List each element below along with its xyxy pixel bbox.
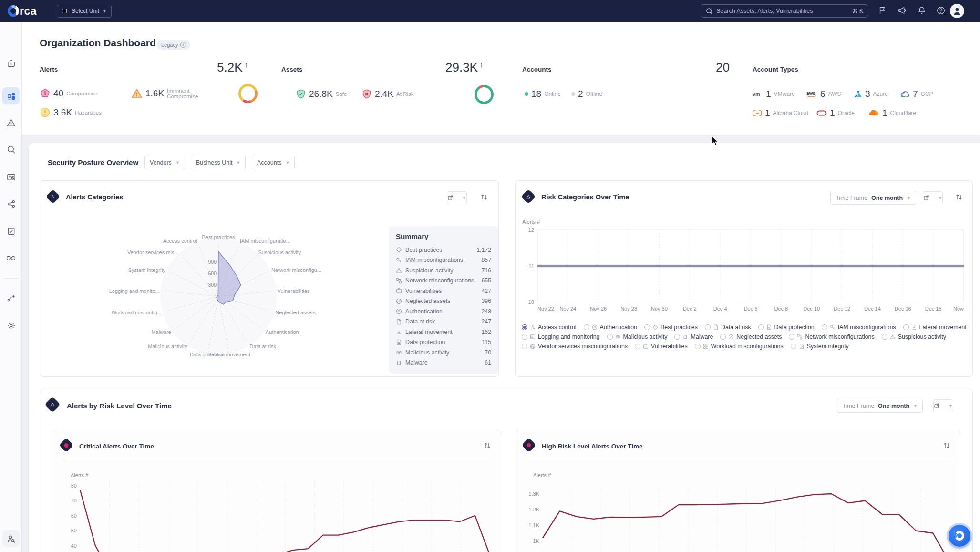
radio-icon[interactable]	[882, 334, 887, 340]
time-frame-dropdown[interactable]: Time Frame One month ▼	[830, 191, 916, 205]
summary-row-label: Lateral movement	[405, 329, 478, 335]
compare-icon[interactable]	[484, 442, 492, 450]
legend-item-iam-misconfigurations[interactable]: IAM misconfigurations	[822, 324, 896, 331]
automations-icon[interactable]	[2, 289, 20, 306]
legend-item-workload-misconfigurations[interactable]: Workload misconfigurations	[695, 343, 784, 350]
global-search[interactable]: ⌘ K	[701, 4, 868, 18]
legend-item-label: Access control	[538, 324, 577, 331]
radio-icon[interactable]	[635, 344, 640, 349]
summary-row-authentication: Authentication248	[396, 306, 491, 317]
radio-icon[interactable]	[522, 334, 527, 340]
legend-item-system-integrity[interactable]: System integrity	[791, 343, 849, 350]
flag-icon[interactable]	[878, 6, 888, 16]
legend-item-data-at-risk[interactable]: Data at risk	[705, 324, 751, 331]
export-button[interactable]: ▼	[447, 191, 467, 204]
summary-row-label: Data protection	[405, 339, 478, 345]
export-button[interactable]: ▼	[933, 399, 953, 412]
access-review-icon[interactable]	[2, 530, 20, 547]
discovery-icon[interactable]	[2, 141, 20, 158]
x-tick-label: Dec 10	[803, 306, 820, 312]
radio-icon[interactable]	[789, 334, 794, 340]
safe-shield-icon	[296, 89, 306, 99]
radio-icon[interactable]	[903, 324, 909, 330]
summary-row-value: 857	[481, 257, 491, 263]
legend-item-authentication[interactable]: Authentication	[584, 324, 638, 331]
legend-item-lateral-movement[interactable]: Lateral movement	[903, 324, 967, 331]
shift-left-icon[interactable]	[2, 250, 20, 267]
business-unit-filter-dropdown[interactable]: Business Unit▼	[191, 156, 246, 169]
legend-item-suspicious-activity[interactable]: Suspicious activity	[882, 333, 946, 340]
legend-item-logging-and-monitoring[interactable]: Logging and monitoring	[522, 333, 600, 340]
legend-item-data-protection[interactable]: Data protection	[758, 324, 815, 331]
dashboard-icon[interactable]	[2, 87, 20, 104]
radio-icon[interactable]	[705, 324, 711, 330]
select-unit-dropdown[interactable]: Select Unit ▼	[57, 5, 112, 18]
radio-icon[interactable]	[644, 324, 650, 330]
radio-selected-icon[interactable]	[522, 324, 527, 330]
radio-icon[interactable]	[758, 324, 764, 330]
radio-icon[interactable]	[720, 334, 726, 340]
compare-icon[interactable]	[955, 193, 964, 202]
authentication-icon	[396, 308, 402, 314]
legend-item-malicious-activity[interactable]: Malicious activity	[607, 333, 668, 340]
accounts-filter-label: Accounts	[257, 159, 281, 166]
announcements-icon[interactable]	[897, 6, 908, 16]
compliance-icon[interactable]	[2, 222, 20, 240]
time-frame-dropdown[interactable]: Time Frame One month ▼	[837, 399, 923, 413]
radio-icon[interactable]	[584, 324, 589, 330]
orca-assistant-button[interactable]	[949, 525, 970, 547]
system-integrity-icon	[799, 344, 805, 349]
logging-and-monitoring-icon	[530, 334, 536, 340]
compare-icon[interactable]	[480, 193, 489, 202]
summary-row-label: Malicious activity	[405, 349, 481, 356]
radio-icon[interactable]	[791, 344, 796, 349]
compare-icon[interactable]	[943, 442, 951, 450]
radio-icon[interactable]	[822, 324, 827, 330]
legend-item-neglected-assets[interactable]: Neglected assets	[720, 333, 782, 340]
legacy-badge[interactable]: Legacy i	[157, 40, 190, 50]
x-tick-label: Nov 30	[651, 306, 668, 312]
summary-row-label: Authentication	[405, 308, 478, 315]
legend-item-access-control[interactable]: Access control	[522, 324, 577, 331]
search-input[interactable]	[716, 8, 849, 14]
legend-item-network-misconfigurations[interactable]: Network misconfigurations	[789, 333, 874, 340]
summary-row-label: Vulnerabilities	[405, 288, 478, 294]
divider	[63, 460, 491, 460]
assets-at-risk-stat: 2.4K At Risk	[361, 89, 414, 99]
avatar[interactable]	[950, 4, 964, 18]
summary-row-malware: Malware61	[396, 358, 491, 368]
radar-axis-label-iam-misconfigurations: IAM misconfiguratio...	[240, 238, 290, 244]
radio-icon[interactable]	[607, 334, 613, 340]
accounts-filter-dropdown[interactable]: Accounts▼	[252, 156, 295, 169]
help-icon[interactable]	[936, 6, 947, 16]
high-risk-alerts-icon	[521, 437, 536, 452]
alerts-icon[interactable]	[2, 114, 20, 131]
data-protection-icon	[766, 324, 772, 330]
vendors-filter-dropdown[interactable]: Vendors▼	[144, 156, 185, 169]
radio-icon[interactable]	[695, 344, 701, 349]
legend-item-vulnerabilities[interactable]: Vulnerabilities	[635, 343, 688, 350]
radio-icon[interactable]	[674, 334, 680, 340]
settings-icon[interactable]	[2, 317, 20, 334]
export-button[interactable]: ▼	[923, 191, 943, 204]
x-tick-label: Dec 8	[774, 306, 788, 312]
legend-item-best-practices[interactable]: Best practices	[644, 324, 698, 331]
iam-misconfigurations-icon	[830, 324, 836, 330]
accounts-group-label: Accounts	[522, 66, 552, 73]
network-misconfigurations-icon	[396, 278, 402, 284]
inventory-icon[interactable]	[2, 168, 20, 186]
attack-path-icon[interactable]	[2, 195, 20, 212]
unit-icon	[62, 8, 68, 14]
orca-logo[interactable]: rca	[8, 5, 37, 18]
at-risk-value: 2.4K	[375, 89, 393, 99]
notifications-icon[interactable]	[917, 6, 928, 16]
time-frame-value: One month	[871, 195, 903, 201]
radio-icon[interactable]	[522, 344, 527, 349]
summary-row-neglected-assets: Neglected assets396	[396, 296, 491, 307]
legend-item-vendor-services-misconfigurations[interactable]: Vendor services misconfigurations	[522, 343, 628, 350]
legend-item-malware[interactable]: Malware	[674, 333, 713, 340]
summary-row-value: 162	[481, 329, 491, 335]
home-icon[interactable]	[2, 55, 20, 72]
page-title: Organization Dashboard	[40, 37, 156, 49]
suspicious-activity-icon	[396, 267, 402, 273]
